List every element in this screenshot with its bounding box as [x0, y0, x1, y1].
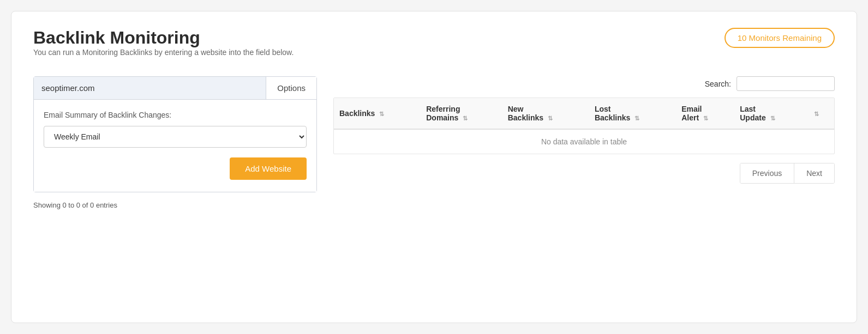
url-input[interactable] — [34, 77, 266, 99]
col-email-alert-label: EmailAlert — [681, 105, 702, 122]
col-last-update-label: LastUpdate — [740, 105, 765, 122]
search-input[interactable] — [737, 76, 835, 91]
options-tab[interactable]: Options — [266, 77, 316, 99]
col-new-backlinks-sort-icon[interactable]: ⇅ — [548, 115, 553, 122]
previous-button[interactable]: Previous — [740, 163, 794, 183]
col-referring-domains-label: ReferringDomains — [426, 105, 460, 122]
add-btn-row: Add Website — [44, 157, 307, 180]
header-left: Backlink Monitoring You can run a Monito… — [33, 28, 294, 70]
monitors-remaining-badge: 10 Monitors Remaining — [725, 28, 835, 48]
page-title: Backlink Monitoring — [33, 28, 294, 48]
col-lost-backlinks-label: LostBacklinks — [595, 105, 630, 122]
showing-entries-text: Showing 0 to 0 of 0 entries — [33, 201, 317, 209]
col-referring-domains-sort-icon[interactable]: ⇅ — [463, 115, 468, 122]
no-data-row: No data available in table — [334, 129, 834, 154]
col-last-update: LastUpdate ⇅ — [734, 98, 806, 129]
col-new-backlinks-label: NewBacklinks — [508, 105, 543, 122]
main-content: Options Email Summary of Backlink Change… — [33, 76, 835, 209]
table-header-row: Backlinks ⇅ ReferringDomains ⇅ NewBackli… — [334, 98, 834, 129]
col-actions: ⇅ — [806, 98, 834, 129]
col-backlinks-sort-icon[interactable]: ⇅ — [379, 111, 384, 118]
col-lost-backlinks: LostBacklinks ⇅ — [589, 98, 676, 129]
email-summary-label: Email Summary of Backlink Changes: — [44, 111, 307, 119]
col-new-backlinks: NewBacklinks ⇅ — [502, 98, 589, 129]
backlinks-table: Backlinks ⇅ ReferringDomains ⇅ NewBackli… — [334, 98, 834, 154]
col-backlinks-label: Backlinks — [339, 109, 375, 118]
next-button[interactable]: Next — [794, 163, 834, 183]
dropdown-panel: Email Summary of Backlink Changes: No Em… — [34, 100, 316, 192]
page-subtitle: You can run a Monitoring Backlinks by en… — [33, 48, 294, 57]
right-panel: Search: Backlinks ⇅ ReferringDomains — [317, 76, 835, 209]
input-row: Options — [34, 77, 316, 100]
col-email-alert-sort-icon[interactable]: ⇅ — [703, 115, 708, 122]
pagination-row: Previous Next — [740, 163, 835, 184]
table-wrap: Backlinks ⇅ ReferringDomains ⇅ NewBackli… — [333, 98, 835, 154]
col-lost-backlinks-sort-icon[interactable]: ⇅ — [634, 115, 639, 122]
input-tab-area: Options Email Summary of Backlink Change… — [33, 76, 317, 192]
page-header: Backlink Monitoring You can run a Monito… — [33, 28, 835, 70]
no-data-message: No data available in table — [334, 129, 834, 154]
page-container: Backlink Monitoring You can run a Monito… — [11, 11, 857, 323]
col-backlinks: Backlinks ⇅ — [334, 98, 421, 129]
add-website-button[interactable]: Add Website — [230, 157, 307, 180]
col-email-alert: EmailAlert ⇅ — [676, 98, 734, 129]
search-row: Search: — [333, 76, 835, 91]
col-actions-sort-icon[interactable]: ⇅ — [814, 111, 819, 118]
col-last-update-sort-icon[interactable]: ⇅ — [770, 115, 775, 122]
email-frequency-select[interactable]: No Email Daily Email Weekly Email Monthl… — [44, 126, 307, 148]
left-panel: Options Email Summary of Backlink Change… — [33, 76, 317, 209]
col-referring-domains: ReferringDomains ⇅ — [421, 98, 502, 129]
search-label: Search: — [705, 80, 731, 88]
